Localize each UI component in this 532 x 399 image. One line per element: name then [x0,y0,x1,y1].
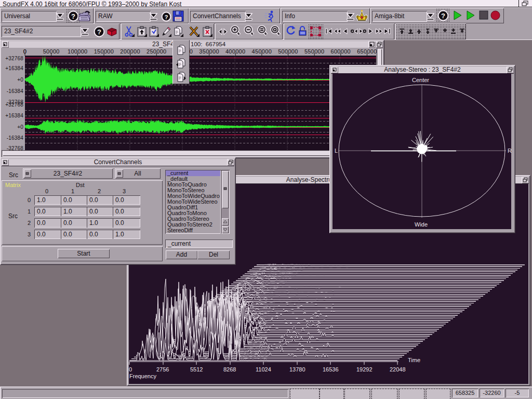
svg-text:?: ? [165,14,168,20]
svg-text:?: ? [71,12,75,20]
svg-text:?: ? [97,28,101,36]
svg-text:?: ? [441,12,445,20]
